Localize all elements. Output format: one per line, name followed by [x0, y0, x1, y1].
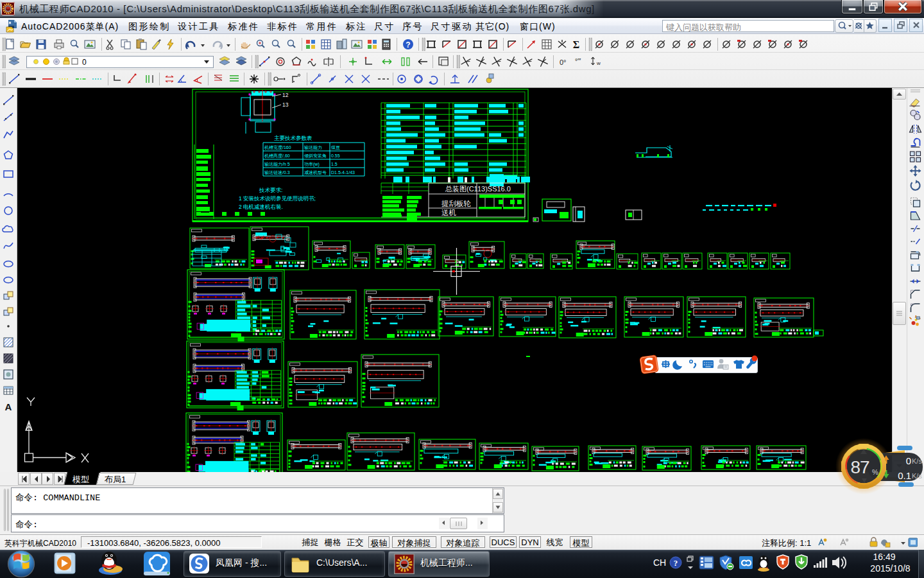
svg-text:%: %	[872, 468, 878, 476]
svg-text:87: 87	[850, 457, 869, 477]
svg-text:K/s: K/s	[912, 457, 922, 465]
svg-text:?: ?	[674, 558, 678, 568]
svg-text:K/s: K/s	[912, 472, 922, 480]
svg-text:0: 0	[906, 455, 911, 466]
svg-text:0.1: 0.1	[898, 470, 911, 481]
